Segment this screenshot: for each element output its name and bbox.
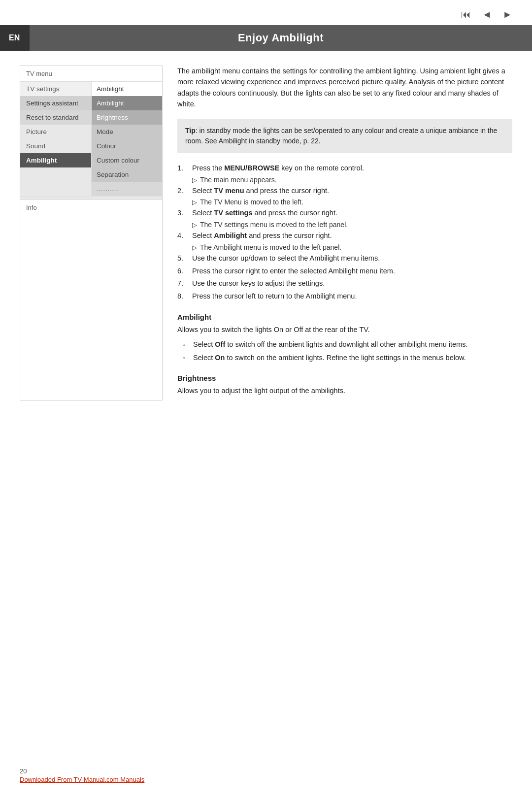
menu-row-tv-settings[interactable]: TV settings Ambilight [20, 82, 162, 96]
section-ambilight-body: Allows you to switch the lights On or Of… [177, 324, 512, 335]
menu-item-picture: Picture [20, 125, 92, 139]
bullet-icon-off: ○ [182, 341, 189, 350]
tip-box: Tip: in standby mode the lights can be s… [177, 119, 512, 153]
menu-item-empty1 [20, 167, 92, 182]
step-1-sub-text: The main menu appears. [200, 176, 277, 184]
step-1-sub: ▷ The main menu appears. [177, 176, 512, 184]
step-5: 5. Use the cursor up/down to select the … [177, 253, 512, 264]
menu-row-picture[interactable]: Picture Mode [20, 125, 162, 139]
step-5-text: Use the cursor up/down to select the Amb… [192, 253, 380, 264]
page-title: Enjoy Ambilight [30, 32, 532, 44]
menu-value-brightness: Brightness [92, 110, 162, 125]
step-3-text: Select TV settings and press the cursor … [192, 208, 337, 219]
menu-value-custom-colour: Custom colour [92, 153, 162, 167]
footer-link[interactable]: Downloaded From TV-Manual.com Manuals [20, 776, 144, 783]
bullet-on: ○ Select On to switch on the ambient lig… [182, 352, 512, 363]
bullet-off: ○ Select Off to switch off the ambient l… [182, 339, 512, 350]
tip-label: Tip: in standby mode the lights can be s… [185, 127, 497, 145]
bullet-icon-on: ○ [182, 354, 189, 363]
section-brightness-body: Allows you to adjust the light output of… [177, 385, 512, 396]
arrow-icon-1: ▷ [192, 176, 197, 184]
menu-item-tv-settings: TV settings [20, 82, 92, 96]
step-7: 7. Use the cursor keys to adjust the set… [177, 278, 512, 289]
right-content: The ambilight menu contains the settings… [177, 66, 512, 400]
tv-menu-panel: TV menu TV settings Ambilight Settings a… [20, 66, 163, 400]
step-4-sub-text: The Ambilight menu is moved to the left … [200, 243, 341, 251]
menu-row-settings-assistant[interactable]: Settings assistant Ambilight [20, 96, 162, 110]
arrow-right-icon[interactable]: ► [502, 9, 512, 20]
main-content: TV menu TV settings Ambilight Settings a… [0, 51, 532, 415]
step-7-num: 7. [177, 278, 188, 289]
step-4: 4. Select Ambilight and press the cursor… [177, 231, 512, 241]
tv-menu-header: TV menu [20, 66, 162, 82]
menu-row-dots[interactable]: ............ [20, 182, 162, 196]
step-6-text: Press the cursor right to enter the sele… [192, 266, 395, 277]
menu-item-reset: Reset to standard [20, 110, 92, 125]
step-6-num: 6. [177, 266, 188, 277]
step-1: 1. Press the MENU/BROWSE key on the remo… [177, 163, 512, 174]
step-8-num: 8. [177, 291, 188, 302]
step-4-text: Select Ambilight and press the cursor ri… [192, 231, 332, 241]
step-1-text: Press the MENU/BROWSE key on the remote … [192, 163, 364, 174]
menu-item-settings-assistant: Settings assistant [20, 96, 92, 110]
section-ambilight-heading: Ambilight [177, 313, 512, 321]
intro-text: The ambilight menu contains the settings… [177, 66, 512, 110]
menu-value-ambilight-header: Ambilight [92, 82, 162, 96]
ambilight-bullets: ○ Select Off to switch off the ambient l… [177, 339, 512, 363]
skip-back-icon[interactable]: ⏮ [461, 9, 471, 20]
step-4-sub: ▷ The Ambilight menu is moved to the lef… [177, 243, 512, 251]
arrow-icon-2: ▷ [192, 199, 197, 206]
menu-item-sound: Sound [20, 139, 92, 153]
arrow-icon-4: ▷ [192, 244, 197, 251]
step-2-sub-text: The TV Menu is moved to the left. [200, 198, 303, 206]
step-4-num: 4. [177, 231, 188, 241]
step-3-num: 3. [177, 208, 188, 219]
step-7-text: Use the cursor keys to adjust the settin… [192, 278, 325, 289]
menu-row-separation[interactable]: Separation [20, 167, 162, 182]
menu-item-empty2 [20, 182, 92, 196]
top-navigation: ⏮ ◄ ► [0, 0, 532, 25]
menu-separator [20, 196, 162, 200]
header-bar: EN Enjoy Ambilight [0, 25, 532, 51]
menu-value-colour: Colour [92, 139, 162, 153]
bullet-on-text: Select On to switch on the ambient light… [193, 352, 466, 363]
page-number: 20 [20, 767, 144, 775]
step-6: 6. Press the cursor right to enter the s… [177, 266, 512, 277]
bullet-off-text: Select Off to switch off the ambient lig… [193, 339, 467, 350]
step-2-text: Select TV menu and press the cursor righ… [192, 186, 329, 197]
menu-value-separation: Separation [92, 167, 162, 182]
menu-row-reset[interactable]: Reset to standard Brightness [20, 110, 162, 125]
menu-info: Info [20, 200, 162, 215]
step-2-sub: ▷ The TV Menu is moved to the left. [177, 198, 512, 206]
footer: 20 Downloaded From TV-Manual.com Manuals [20, 767, 144, 783]
menu-value-ambilight: Ambilight [92, 96, 162, 110]
step-2-num: 2. [177, 186, 188, 197]
menu-value-mode: Mode [92, 125, 162, 139]
step-2: 2. Select TV menu and press the cursor r… [177, 186, 512, 197]
step-5-num: 5. [177, 253, 188, 264]
step-3-sub: ▷ The TV settings menu is moved to the l… [177, 221, 512, 229]
step-8: 8. Press the cursor left to return to th… [177, 291, 512, 302]
arrow-icon-3: ▷ [192, 221, 197, 229]
step-1-num: 1. [177, 163, 188, 174]
section-brightness-heading: Brightness [177, 374, 512, 382]
language-label: EN [0, 25, 30, 51]
menu-row-ambilight[interactable]: Ambilight Custom colour [20, 153, 162, 167]
menu-value-dots: ............ [92, 182, 162, 196]
step-3-sub-text: The TV settings menu is moved to the lef… [200, 221, 348, 229]
instructions-list: 1. Press the MENU/BROWSE key on the remo… [177, 163, 512, 302]
menu-row-sound[interactable]: Sound Colour [20, 139, 162, 153]
menu-item-ambilight: Ambilight [20, 153, 92, 167]
step-3: 3. Select TV settings and press the curs… [177, 208, 512, 219]
step-8-text: Press the cursor left to return to the A… [192, 291, 357, 302]
arrow-left-icon[interactable]: ◄ [482, 9, 492, 20]
